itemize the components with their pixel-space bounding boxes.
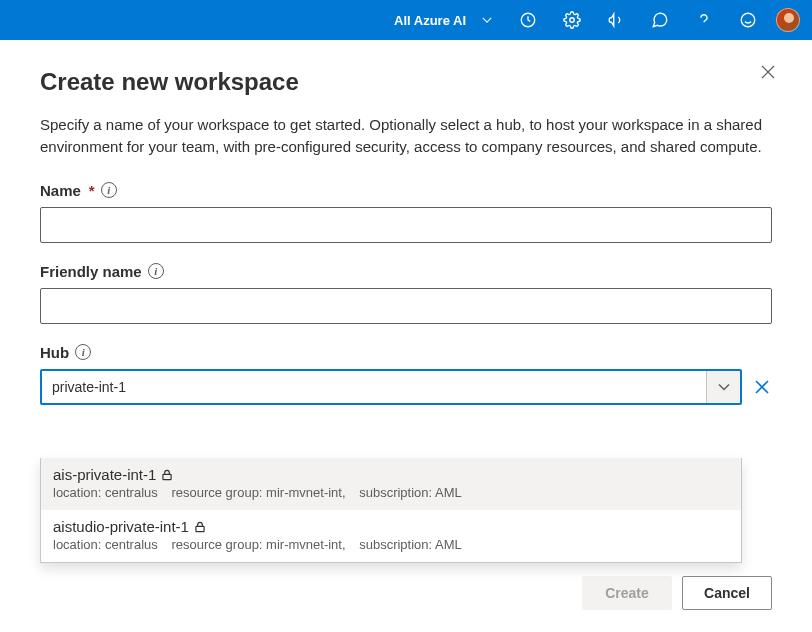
info-icon[interactable]: i — [75, 344, 91, 360]
hub-option-meta: location: centralus resource group: mir-… — [53, 485, 729, 500]
topbar: All Azure AI — [0, 0, 812, 40]
cancel-button[interactable]: Cancel — [682, 576, 772, 610]
hub-combobox[interactable] — [40, 369, 742, 405]
hub-option[interactable]: ais-private-int-1 location: centralus re… — [41, 458, 741, 510]
help-icon[interactable] — [688, 4, 720, 36]
clock-icon[interactable] — [512, 4, 544, 36]
create-button[interactable]: Create — [582, 576, 672, 610]
hub-option-meta: location: centralus resource group: mir-… — [53, 537, 729, 552]
hub-option-name: ais-private-int-1 — [53, 466, 156, 483]
friendly-name-label: Friendly name — [40, 263, 142, 280]
clear-hub-icon[interactable] — [752, 377, 772, 397]
panel-title: Create new workspace — [40, 68, 772, 96]
panel-description: Specify a name of your workspace to get … — [40, 114, 772, 158]
close-icon[interactable] — [760, 64, 776, 84]
name-input[interactable] — [40, 207, 772, 243]
name-label: Name — [40, 182, 81, 199]
avatar[interactable] — [776, 8, 800, 32]
svg-point-2 — [741, 13, 755, 27]
chevron-down-icon[interactable] — [706, 371, 740, 403]
friendly-name-input[interactable] — [40, 288, 772, 324]
field-name: Name * i — [40, 182, 772, 243]
gear-icon[interactable] — [556, 4, 588, 36]
info-icon[interactable]: i — [148, 263, 164, 279]
svg-rect-3 — [163, 474, 171, 479]
svg-point-1 — [570, 18, 575, 23]
feedback-smile-icon[interactable] — [732, 4, 764, 36]
required-asterisk: * — [89, 182, 95, 199]
create-workspace-panel: Create new workspace Specify a name of y… — [0, 40, 812, 445]
hub-dropdown-listbox: ais-private-int-1 location: centralus re… — [40, 458, 742, 563]
scope-selector-label[interactable]: All Azure AI — [394, 13, 466, 28]
info-icon[interactable]: i — [101, 182, 117, 198]
lock-icon — [160, 468, 174, 482]
hub-option-name: aistudio-private-int-1 — [53, 518, 189, 535]
panel-footer: Create Cancel — [582, 576, 772, 610]
hub-label: Hub — [40, 344, 69, 361]
lock-icon — [193, 520, 207, 534]
hub-input[interactable] — [42, 371, 706, 403]
chevron-down-icon[interactable] — [482, 11, 492, 29]
hub-option[interactable]: aistudio-private-int-1 location: central… — [41, 510, 741, 562]
field-friendly-name: Friendly name i — [40, 263, 772, 324]
megaphone-icon[interactable] — [600, 4, 632, 36]
chat-icon[interactable] — [644, 4, 676, 36]
svg-rect-4 — [196, 526, 204, 531]
field-hub: Hub i — [40, 344, 772, 405]
